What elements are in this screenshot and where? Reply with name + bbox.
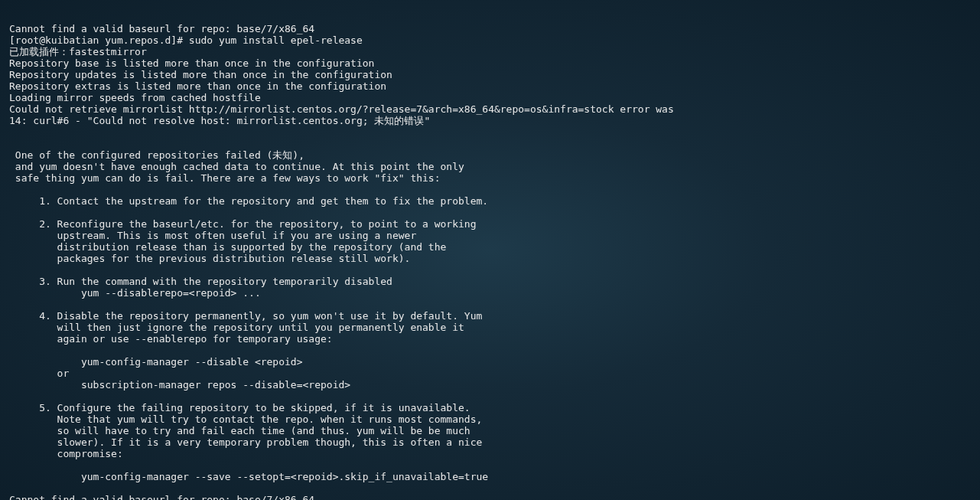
terminal-line (9, 299, 971, 310)
terminal-line: distribution release than is supported b… (9, 241, 971, 253)
terminal-line: subscription-manager repos --disable=<re… (9, 379, 971, 391)
terminal-line: slower). If it is a very temporary probl… (9, 436, 971, 448)
terminal-line (9, 184, 971, 195)
terminal-line (9, 391, 971, 402)
terminal-line (9, 459, 971, 471)
terminal-line: One of the configured repositories faile… (9, 149, 971, 161)
terminal-line (9, 482, 971, 494)
terminal-line: 4. Disable the repository permanently, s… (9, 310, 971, 322)
terminal-line: 3. Run the command with the repository t… (9, 276, 971, 287)
terminal-line: 14: curl#6 - "Could not resolve host: mi… (9, 115, 971, 126)
terminal-line: yum --disablerepo=<repoid> ... (9, 287, 971, 299)
terminal-line: packages for the previous distribution r… (9, 253, 971, 264)
terminal-line: or (9, 368, 971, 379)
terminal-line (9, 126, 971, 138)
terminal-line (9, 207, 971, 218)
terminal-line: Repository extras is listed more than on… (9, 80, 971, 92)
terminal-line: compromise: (9, 448, 971, 459)
terminal-line (9, 345, 971, 356)
terminal-line: Cannot find a valid baseurl for repo: ba… (9, 23, 971, 34)
terminal-line: Cannot find a valid baseurl for repo: ba… (9, 494, 971, 500)
terminal-line: Repository updates is listed more than o… (9, 69, 971, 80)
terminal-line: 已加载插件：fastestmirror (9, 46, 971, 57)
terminal-line: Loading mirror speeds from cached hostfi… (9, 92, 971, 103)
terminal-output: Cannot find a valid baseurl for repo: ba… (9, 23, 971, 500)
terminal-line: 2. Reconfigure the baseurl/etc. for the … (9, 218, 971, 230)
terminal-line: yum-config-manager --disable <repoid> (9, 356, 971, 368)
terminal-line: [root@kuibatian yum.repos.d]# sudo yum i… (9, 34, 971, 46)
terminal-line: and yum doesn't have enough cached data … (9, 161, 971, 172)
terminal-line: upstream. This is most often useful if y… (9, 230, 971, 241)
terminal-line: safe thing yum can do is fail. There are… (9, 172, 971, 184)
terminal-line (9, 264, 971, 276)
terminal-line: again or use --enablerepo for temporary … (9, 333, 971, 345)
terminal-line: Repository base is listed more than once… (9, 57, 971, 69)
terminal-line: so will have to try and fail each time (… (9, 425, 971, 436)
terminal-line: Could not retrieve mirrorlist http://mir… (9, 103, 971, 115)
terminal-line (9, 138, 971, 149)
terminal-line: 5. Configure the failing repository to b… (9, 402, 971, 413)
terminal-line: yum-config-manager --save --setopt=<repo… (9, 471, 971, 482)
terminal-line: 1. Contact the upstream for the reposito… (9, 195, 971, 207)
terminal-window[interactable]: Cannot find a valid baseurl for repo: ba… (0, 0, 980, 500)
terminal-line: Note that yum will try to contact the re… (9, 413, 971, 425)
terminal-line: will then just ignore the repository unt… (9, 322, 971, 333)
